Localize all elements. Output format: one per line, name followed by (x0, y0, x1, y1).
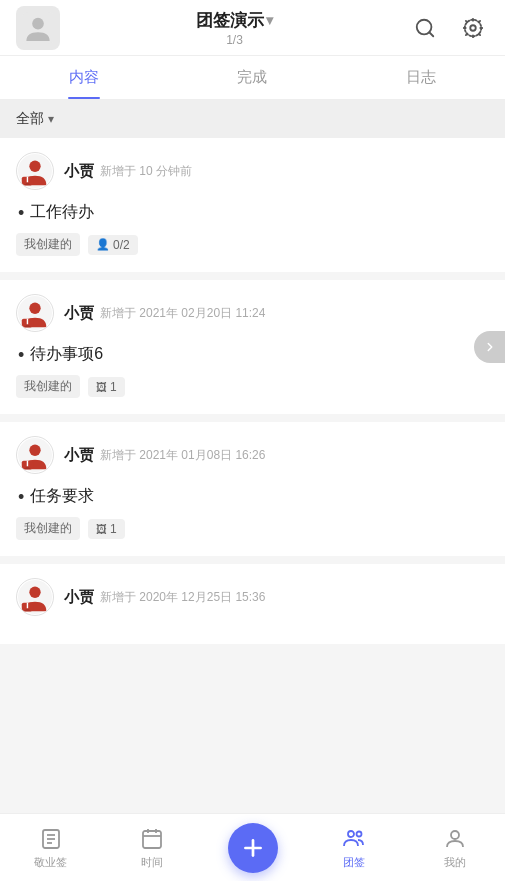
card-3-meta: 小贾 新增于 2021年 01月08日 16:26 (64, 446, 265, 465)
card-4-time: 新增于 2020年 12月25日 15:36 (100, 589, 265, 606)
sign-icon (38, 826, 64, 852)
card-2-tag-image: 🖼 1 (88, 377, 125, 397)
card-2-tags: 我创建的 🖼 1 (16, 375, 489, 398)
header-title: 团签演示 ▾ (60, 9, 409, 32)
card-2-meta: 小贾 新增于 2021年 02月20日 11:24 (64, 304, 265, 323)
content-area: 小贾 新增于 10 分钟前 • 工作待办 我创建的 👤 0/2 (0, 138, 505, 722)
card-2-tag-mine: 我创建的 (16, 375, 80, 398)
tab-log[interactable]: 日志 (337, 56, 505, 99)
card-1: 小贾 新增于 10 分钟前 • 工作待办 我创建的 👤 0/2 (0, 138, 505, 272)
mine-icon (442, 826, 468, 852)
person-icon: 👤 (96, 238, 110, 251)
nav-sign-label: 敬业签 (34, 855, 67, 870)
filter-bar: 全部 ▾ (0, 100, 505, 138)
card-1-title: • 工作待办 (16, 202, 489, 223)
card-1-avatar[interactable] (16, 152, 54, 190)
nav-item-time[interactable]: 时间 (101, 826, 202, 870)
card-1-user: 小贾 (64, 162, 94, 181)
header-center: 团签演示 ▾ 1/3 (60, 9, 409, 47)
nav-time-label: 时间 (141, 855, 163, 870)
card-2-time: 新增于 2021年 02月20日 11:24 (100, 305, 265, 322)
time-icon (139, 826, 165, 852)
header: 团签演示 ▾ 1/3 (0, 0, 505, 56)
svg-line-6 (429, 32, 433, 36)
nav-item-team[interactable]: 团签 (303, 826, 404, 870)
card-2-title: • 待办事项6 (16, 344, 489, 365)
svg-point-15 (29, 303, 40, 314)
tab-done[interactable]: 完成 (168, 56, 336, 99)
next-button[interactable] (474, 331, 505, 363)
card-1-time: 新增于 10 分钟前 (100, 163, 192, 180)
svg-point-10 (29, 161, 40, 172)
card-3-header: 小贾 新增于 2021年 01月08日 16:26 (16, 436, 489, 474)
header-icons (409, 12, 489, 44)
svg-point-8 (465, 19, 482, 36)
card-3-avatar[interactable] (16, 436, 54, 474)
card-3-title: • 任务要求 (16, 486, 489, 507)
card-1-meta: 小贾 新增于 10 分钟前 (64, 162, 192, 181)
svg-point-20 (29, 445, 40, 456)
card-1-tag-person: 👤 0/2 (88, 235, 138, 255)
card-1-tags: 我创建的 👤 0/2 (16, 233, 489, 256)
nav-mine-label: 我的 (444, 855, 466, 870)
svg-point-7 (470, 25, 476, 31)
card-1-tag-mine: 我创建的 (16, 233, 80, 256)
card-3-tag-image: 🖼 1 (88, 519, 125, 539)
card-3-bullet: • (18, 488, 24, 506)
card-2-avatar[interactable] (16, 294, 54, 332)
svg-point-25 (29, 587, 40, 598)
card-1-header: 小贾 新增于 10 分钟前 (16, 152, 489, 190)
header-subtitle: 1/3 (60, 33, 409, 47)
card-2: 小贾 新增于 2021年 02月20日 11:24 • 待办事项6 我创建的 🖼… (0, 280, 505, 414)
card-2-bullet: • (18, 346, 24, 364)
card-4-header: 小贾 新增于 2020年 12月25日 15:36 (16, 578, 489, 616)
card-3-tag-mine: 我创建的 (16, 517, 80, 540)
card-4-user: 小贾 (64, 588, 94, 607)
card-3-user: 小贾 (64, 446, 94, 465)
card-2-header: 小贾 新增于 2021年 02月20日 11:24 (16, 294, 489, 332)
card-3: 小贾 新增于 2021年 01月08日 16:26 • 任务要求 我创建的 🖼 … (0, 422, 505, 556)
card-4-meta: 小贾 新增于 2020年 12月25日 15:36 (64, 588, 265, 607)
card-4-avatar[interactable] (16, 578, 54, 616)
card-4: 小贾 新增于 2020年 12月25日 15:36 (0, 564, 505, 644)
title-dropdown-icon[interactable]: ▾ (266, 12, 273, 28)
header-avatar[interactable] (16, 6, 60, 50)
svg-rect-33 (143, 831, 161, 848)
team-icon (341, 826, 367, 852)
nav-team-label: 团签 (343, 855, 365, 870)
svg-point-41 (451, 831, 459, 839)
settings-button[interactable] (457, 12, 489, 44)
filter-arrow-icon: ▾ (48, 112, 54, 126)
search-button[interactable] (409, 12, 441, 44)
bottom-nav: 敬业签 时间 (0, 813, 505, 881)
filter-button[interactable]: 全部 ▾ (16, 110, 54, 128)
plus-button[interactable] (228, 823, 278, 873)
nav-item-sign[interactable]: 敬业签 (0, 826, 101, 870)
nav-item-mine[interactable]: 我的 (404, 826, 505, 870)
filter-label: 全部 (16, 110, 44, 128)
card-1-bullet: • (18, 204, 24, 222)
image-icon: 🖼 (96, 381, 107, 393)
svg-point-39 (348, 831, 354, 837)
tab-content[interactable]: 内容 (0, 56, 168, 99)
card-2-user: 小贾 (64, 304, 94, 323)
svg-point-4 (32, 17, 44, 29)
card-3-tags: 我创建的 🖼 1 (16, 517, 489, 540)
image-icon-2: 🖼 (96, 523, 107, 535)
nav-item-plus[interactable] (202, 823, 303, 873)
svg-point-40 (356, 831, 361, 836)
card-3-time: 新增于 2021年 01月08日 16:26 (100, 447, 265, 464)
tabs: 内容 完成 日志 (0, 56, 505, 100)
